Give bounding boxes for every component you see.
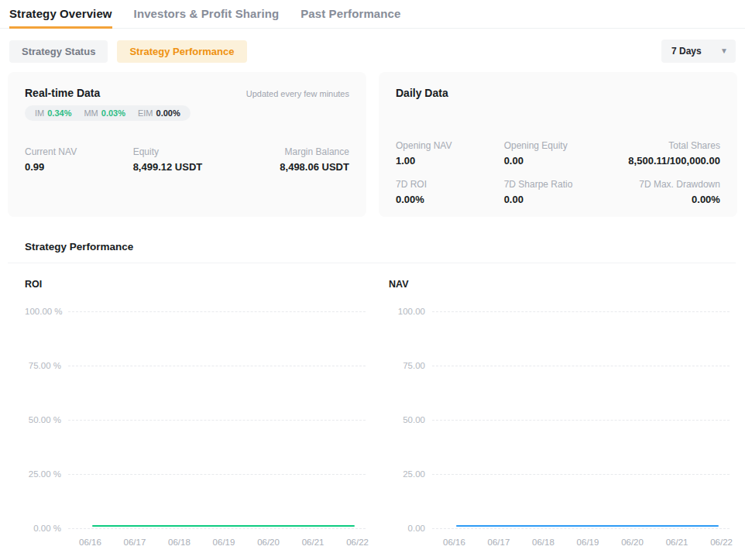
pill-strategy-status[interactable]: Strategy Status	[9, 40, 108, 63]
time-range-select[interactable]: 7 Days ▼	[661, 40, 736, 63]
dashed-gridline	[68, 528, 366, 529]
chevron-down-icon: ▼	[720, 47, 728, 55]
stat-value: 8,499.12 USDT	[133, 161, 242, 173]
stat-label: Current NAV	[25, 146, 133, 157]
stat-label: Opening Equity	[504, 140, 613, 151]
nav-series-line	[456, 525, 719, 527]
y-axis-tick-label: 0.00 %	[25, 524, 68, 533]
gridline-row: 50.00	[389, 415, 730, 424]
gridline-row: 25.00 %	[25, 469, 366, 479]
pill-strategy-performance[interactable]: Strategy Performance	[117, 40, 246, 63]
realtime-data-card: Real-time Data Updated every few minutes…	[8, 72, 366, 217]
y-axis-tick-label: 100.00 %	[25, 307, 68, 316]
daily-stats-row-2: 7D ROI 0.00% 7D Sharpe Ratio 0.00 7D Max…	[396, 179, 720, 205]
daily-stats-row-1: Opening NAV 1.00 Opening Equity 0.00 Tot…	[396, 140, 720, 167]
y-axis-tick-label: 50.00 %	[25, 415, 68, 424]
x-axis-tick-label: 06/22	[710, 538, 733, 547]
x-axis-labels: 06/1606/1706/1806/1906/2006/2106/22	[79, 538, 369, 547]
tab-investors-profit-sharing[interactable]: Investors & Profit Sharing	[134, 7, 280, 29]
x-axis-tick-label: 06/18	[532, 538, 554, 547]
gridline-row: 100.00 %	[25, 307, 366, 316]
x-axis-tick-label: 06/22	[346, 538, 369, 547]
sub-toolbar: Strategy Status Strategy Performance 7 D…	[9, 40, 736, 63]
stat-7d-sharpe-ratio: 7D Sharpe Ratio 0.00	[504, 179, 613, 205]
x-axis-tick-label: 06/20	[621, 538, 644, 547]
stat-value: 0.00%	[612, 194, 720, 205]
stat-equity: Equity 8,499.12 USDT	[133, 146, 242, 173]
gridline-row: 75.00	[389, 361, 730, 370]
y-axis-tick-label: 25.00	[389, 469, 432, 479]
x-axis-tick-label: 06/17	[488, 538, 510, 547]
eim-badge: EIM 0.00%	[138, 108, 180, 118]
stat-label: 7D ROI	[396, 179, 504, 190]
gridline-row: 50.00 %	[25, 415, 366, 424]
dashed-gridline	[432, 366, 730, 366]
stat-label: Equity	[133, 146, 242, 157]
stat-value: 0.00	[504, 194, 613, 205]
mm-value: 0.03%	[101, 108, 125, 118]
realtime-stats-row: Current NAV 0.99 Equity 8,499.12 USDT Ma…	[25, 146, 349, 173]
gridline-row: 25.00	[389, 469, 730, 479]
y-axis-tick-label: 75.00	[389, 361, 432, 370]
stat-value: 0.99	[25, 161, 133, 173]
y-axis-tick-label: 100.00	[389, 307, 432, 316]
dashed-gridline	[432, 311, 730, 312]
stat-value: 0.00	[504, 155, 613, 167]
dashed-gridline	[68, 420, 366, 421]
gridline-row: 75.00 %	[25, 361, 366, 370]
stat-opening-nav: Opening NAV 1.00	[396, 140, 504, 167]
stat-current-nav: Current NAV 0.99	[25, 146, 133, 173]
stat-opening-equity: Opening Equity 0.00	[504, 140, 613, 167]
performance-section-heading: Strategy Performance	[25, 241, 745, 253]
y-axis-tick-label: 0.00	[389, 524, 432, 533]
x-axis-tick-label: 06/20	[257, 538, 280, 547]
eim-value: 0.00%	[156, 108, 180, 118]
dashed-gridline	[68, 366, 366, 366]
x-axis-tick-label: 06/16	[79, 538, 101, 547]
dashed-gridline	[432, 528, 730, 529]
stat-7d-max-drawdown: 7D Max. Drawdown 0.00%	[612, 179, 720, 205]
eim-label: EIM	[138, 108, 153, 118]
x-axis-tick-label: 06/18	[168, 538, 191, 547]
x-axis-tick-label: 06/16	[443, 538, 465, 547]
y-axis-tick-label: 50.00	[389, 415, 432, 424]
im-label: IM	[35, 108, 44, 118]
x-axis-tick-label: 06/19	[577, 538, 599, 547]
stat-value: 8,498.06 USDT	[241, 161, 349, 173]
margin-ratio-badge: IM 0.34% MM 0.03% EIM 0.00%	[25, 105, 191, 121]
nav-chart-column: NAV 100.0075.0050.0025.000.0006/1606/170…	[379, 263, 736, 553]
stat-label: 7D Sharpe Ratio	[504, 179, 613, 190]
daily-card-title: Daily Data	[396, 87, 448, 99]
stat-value: 1.00	[396, 155, 504, 167]
realtime-card-title: Real-time Data	[25, 87, 100, 99]
stat-margin-balance: Margin Balance 8,498.06 USDT	[241, 146, 349, 173]
dashed-gridline	[432, 420, 730, 421]
updated-note: Updated every few minutes	[246, 89, 349, 98]
gridline-row: 100.00	[389, 307, 730, 316]
x-axis-tick-label: 06/19	[213, 538, 235, 547]
stat-7d-roi: 7D ROI 0.00%	[396, 179, 504, 205]
summary-cards: Real-time Data Updated every few minutes…	[8, 72, 737, 217]
roi-series-line	[92, 525, 355, 527]
x-axis-tick-label: 06/17	[124, 538, 146, 547]
roi-chart-title: ROI	[25, 279, 372, 290]
stat-label: 7D Max. Drawdown	[612, 179, 720, 190]
daily-data-card: Daily Data Opening NAV 1.00 Opening Equi…	[379, 72, 737, 217]
tab-strategy-overview[interactable]: Strategy Overview	[9, 7, 112, 29]
mm-badge: MM 0.03%	[84, 108, 125, 118]
tab-past-performance[interactable]: Past Performance	[300, 7, 400, 29]
view-pill-group: Strategy Status Strategy Performance	[9, 40, 247, 63]
dashed-gridline	[432, 474, 730, 475]
nav-line-chart: 100.0075.0050.0025.000.0006/1606/1706/18…	[389, 311, 736, 553]
stat-label: Total Shares	[612, 140, 720, 151]
mm-label: MM	[84, 108, 98, 118]
roi-chart-column: ROI 100.00 %75.00 %50.00 %25.00 %0.00 %0…	[8, 263, 379, 553]
stat-value: 8,500.11/100,000.00	[612, 155, 720, 167]
y-axis-tick-label: 25.00 %	[25, 469, 68, 479]
stat-label: Opening NAV	[396, 140, 504, 151]
dashed-gridline	[68, 474, 366, 475]
x-axis-tick-label: 06/21	[666, 538, 688, 547]
time-range-value: 7 Days	[671, 46, 702, 57]
roi-line-chart: 100.00 %75.00 %50.00 %25.00 %0.00 %06/16…	[25, 311, 372, 553]
stat-total-shares: Total Shares 8,500.11/100,000.00	[612, 140, 720, 167]
